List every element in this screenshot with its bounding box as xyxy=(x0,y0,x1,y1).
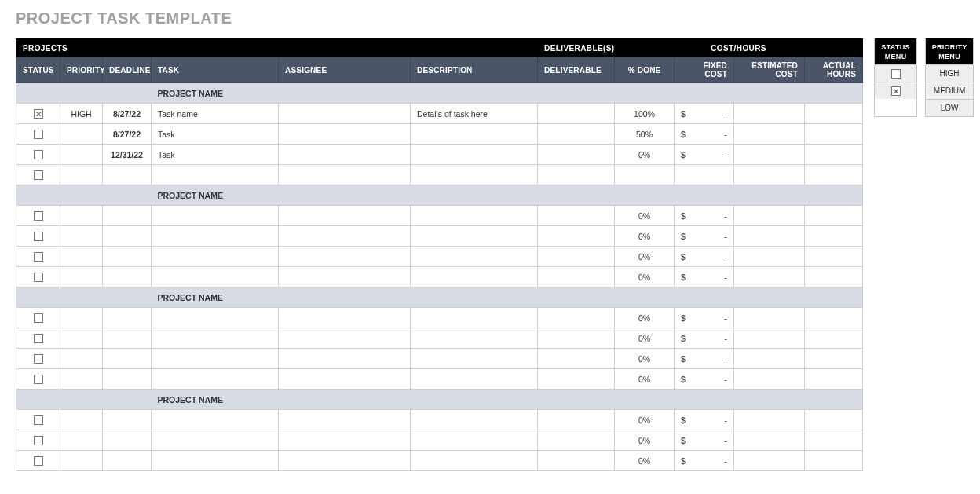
fixed-cost-cell[interactable]: $- xyxy=(675,247,734,267)
task-cell[interactable] xyxy=(152,206,279,226)
fixed-cost-cell[interactable]: $- xyxy=(675,104,734,124)
deliverable-cell[interactable] xyxy=(538,369,615,390)
description-cell[interactable] xyxy=(411,145,538,165)
priority-menu-option[interactable]: HIGH xyxy=(926,64,973,82)
status-checkbox[interactable] xyxy=(34,313,43,323)
pct-done-cell[interactable]: 0% xyxy=(615,226,675,247)
fixed-cost-cell[interactable]: $- xyxy=(675,451,734,471)
status-checkbox[interactable] xyxy=(34,130,43,139)
assignee-cell[interactable] xyxy=(279,308,411,328)
priority-cell[interactable] xyxy=(60,349,103,369)
status-checkbox[interactable] xyxy=(34,211,43,221)
pct-done-cell[interactable] xyxy=(615,165,675,185)
pct-done-cell[interactable]: 0% xyxy=(615,267,675,287)
estimated-cost-cell[interactable] xyxy=(734,267,805,287)
actual-hours-cell[interactable] xyxy=(805,124,863,145)
priority-cell[interactable] xyxy=(60,247,103,267)
deadline-cell[interactable] xyxy=(103,451,152,471)
fixed-cost-cell[interactable]: $- xyxy=(675,328,734,349)
priority-cell[interactable] xyxy=(60,124,103,145)
status-cell[interactable] xyxy=(16,165,60,185)
status-checkbox[interactable] xyxy=(34,354,43,364)
pct-done-cell[interactable]: 0% xyxy=(615,430,675,451)
estimated-cost-cell[interactable] xyxy=(734,308,805,328)
estimated-cost-cell[interactable] xyxy=(734,165,805,185)
pct-done-cell[interactable]: 50% xyxy=(615,124,675,145)
fixed-cost-cell[interactable]: $- xyxy=(675,145,734,165)
deliverable-cell[interactable] xyxy=(538,410,615,430)
description-cell[interactable] xyxy=(411,430,538,451)
deadline-cell[interactable] xyxy=(103,410,152,430)
status-cell[interactable] xyxy=(16,308,60,328)
priority-cell[interactable] xyxy=(60,226,103,247)
deliverable-cell[interactable] xyxy=(538,145,615,165)
deadline-cell[interactable] xyxy=(103,308,152,328)
status-checkbox[interactable] xyxy=(34,252,43,262)
task-cell[interactable] xyxy=(152,349,279,369)
actual-hours-cell[interactable] xyxy=(805,165,863,185)
description-cell[interactable] xyxy=(411,247,538,267)
status-cell[interactable] xyxy=(16,247,60,267)
assignee-cell[interactable] xyxy=(279,328,411,349)
pct-done-cell[interactable]: 0% xyxy=(615,369,675,390)
deliverable-cell[interactable] xyxy=(538,124,615,145)
fixed-cost-cell[interactable]: $- xyxy=(675,206,734,226)
assignee-cell[interactable] xyxy=(279,247,411,267)
section-name[interactable]: PROJECT NAME xyxy=(152,390,863,410)
estimated-cost-cell[interactable] xyxy=(734,124,805,145)
status-cell[interactable] xyxy=(16,267,60,287)
assignee-cell[interactable] xyxy=(279,226,411,247)
status-cell[interactable] xyxy=(16,369,60,390)
estimated-cost-cell[interactable] xyxy=(734,206,805,226)
deliverable-cell[interactable] xyxy=(538,247,615,267)
estimated-cost-cell[interactable] xyxy=(734,226,805,247)
estimated-cost-cell[interactable] xyxy=(734,430,805,451)
status-checkbox[interactable] xyxy=(34,232,43,241)
deliverable-cell[interactable] xyxy=(538,349,615,369)
fixed-cost-cell[interactable]: $- xyxy=(675,226,734,247)
actual-hours-cell[interactable] xyxy=(805,308,863,328)
estimated-cost-cell[interactable] xyxy=(734,451,805,471)
estimated-cost-cell[interactable] xyxy=(734,369,805,390)
status-menu-option[interactable] xyxy=(875,64,916,82)
priority-menu-option[interactable]: MEDIUM xyxy=(926,82,973,99)
section-name[interactable]: PROJECT NAME xyxy=(152,83,863,104)
estimated-cost-cell[interactable] xyxy=(734,349,805,369)
status-cell[interactable] xyxy=(16,451,60,471)
status-checkbox[interactable] xyxy=(34,375,43,384)
assignee-cell[interactable] xyxy=(279,430,411,451)
pct-done-cell[interactable]: 0% xyxy=(615,410,675,430)
assignee-cell[interactable] xyxy=(279,124,411,145)
description-cell[interactable] xyxy=(411,349,538,369)
status-menu-option[interactable] xyxy=(875,82,916,99)
actual-hours-cell[interactable] xyxy=(805,410,863,430)
status-cell[interactable] xyxy=(16,145,60,165)
task-cell[interactable] xyxy=(152,226,279,247)
status-checkbox[interactable] xyxy=(34,273,43,282)
deadline-cell[interactable] xyxy=(103,226,152,247)
deadline-cell[interactable] xyxy=(103,349,152,369)
deadline-cell[interactable] xyxy=(103,328,152,349)
actual-hours-cell[interactable] xyxy=(805,328,863,349)
status-cell[interactable] xyxy=(16,206,60,226)
fixed-cost-cell[interactable] xyxy=(675,165,734,185)
deliverable-cell[interactable] xyxy=(538,104,615,124)
task-cell[interactable] xyxy=(152,410,279,430)
estimated-cost-cell[interactable] xyxy=(734,410,805,430)
estimated-cost-cell[interactable] xyxy=(734,247,805,267)
deliverable-cell[interactable] xyxy=(538,267,615,287)
actual-hours-cell[interactable] xyxy=(805,430,863,451)
description-cell[interactable] xyxy=(411,226,538,247)
deliverable-cell[interactable] xyxy=(538,165,615,185)
estimated-cost-cell[interactable] xyxy=(734,104,805,124)
task-cell[interactable] xyxy=(152,328,279,349)
fixed-cost-cell[interactable]: $- xyxy=(675,430,734,451)
status-cell[interactable] xyxy=(16,410,60,430)
deadline-cell[interactable] xyxy=(103,369,152,390)
description-cell[interactable] xyxy=(411,328,538,349)
status-cell[interactable] xyxy=(16,124,60,145)
status-checkbox[interactable] xyxy=(34,109,43,119)
deliverable-cell[interactable] xyxy=(538,328,615,349)
status-cell[interactable] xyxy=(16,349,60,369)
description-cell[interactable] xyxy=(411,165,538,185)
